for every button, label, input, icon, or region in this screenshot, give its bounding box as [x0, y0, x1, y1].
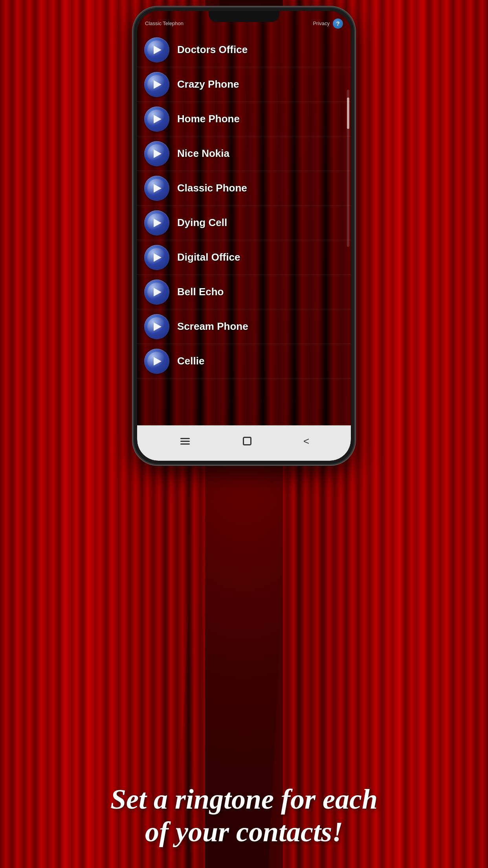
play-icon-digital-office	[154, 253, 161, 262]
list-item-cellie[interactable]: Cellie	[137, 344, 351, 379]
play-icon-cellie	[154, 357, 161, 366]
list-item-crazy-phone[interactable]: Crazy Phone	[137, 67, 351, 102]
recent-apps-button[interactable]	[176, 433, 194, 449]
help-button[interactable]: ?	[333, 18, 343, 29]
tagline-text: Set a ringtone for each of your contacts…	[24, 783, 464, 848]
play-button-doctors-office[interactable]	[144, 37, 169, 63]
item-label-scream-phone: Scream Phone	[177, 320, 248, 333]
list-item-doctors-office[interactable]: Doctors Office	[137, 33, 351, 67]
play-icon-home-phone	[154, 115, 161, 123]
play-icon-doctors-office	[154, 46, 161, 54]
play-button-dying-cell[interactable]	[144, 210, 169, 235]
list-item-classic-phone[interactable]: Classic Phone	[137, 171, 351, 206]
app-title: Classic Telephon	[145, 20, 183, 26]
item-label-doctors-office: Doctors Office	[177, 44, 248, 56]
item-label-bell-echo: Bell Echo	[177, 286, 224, 298]
item-label-classic-phone: Classic Phone	[177, 182, 247, 194]
play-button-scream-phone[interactable]	[144, 314, 169, 339]
tagline-section: Set a ringtone for each of your contacts…	[0, 783, 488, 848]
notch	[209, 11, 279, 22]
list-item-bell-echo[interactable]: Bell Echo	[137, 275, 351, 309]
help-icon: ?	[336, 20, 339, 27]
play-icon-bell-echo	[154, 288, 161, 296]
list-item-scream-phone[interactable]: Scream Phone	[137, 309, 351, 344]
tagline-line1: Set a ringtone for each	[110, 783, 378, 815]
phone-inner: Classic Telephon Privacy ? Doctors Offic…	[137, 11, 351, 461]
ringtone-list: Doctors Office Crazy Phone Home Phone Ni…	[137, 33, 351, 425]
play-icon-classic-phone	[154, 184, 161, 193]
navigation-bar: <	[137, 425, 351, 461]
play-button-home-phone[interactable]	[144, 107, 169, 132]
list-item-dying-cell[interactable]: Dying Cell	[137, 206, 351, 240]
play-icon-scream-phone	[154, 322, 161, 331]
home-button[interactable]	[240, 434, 255, 449]
status-bar-right: Privacy ?	[313, 18, 343, 29]
item-label-crazy-phone: Crazy Phone	[177, 78, 239, 90]
play-icon-nice-nokia	[154, 149, 161, 158]
item-label-dying-cell: Dying Cell	[177, 217, 227, 229]
list-item-nice-nokia[interactable]: Nice Nokia	[137, 136, 351, 171]
play-button-nice-nokia[interactable]	[144, 141, 169, 166]
phone-screen: Classic Telephon Privacy ? Doctors Offic…	[137, 11, 351, 461]
play-icon-dying-cell	[154, 219, 161, 227]
list-item-home-phone[interactable]: Home Phone	[137, 102, 351, 136]
scrollbar[interactable]	[347, 90, 349, 247]
play-button-cellie[interactable]	[144, 349, 169, 374]
item-label-home-phone: Home Phone	[177, 113, 240, 125]
play-button-classic-phone[interactable]	[144, 176, 169, 201]
back-button[interactable]: <	[300, 432, 312, 451]
item-label-nice-nokia: Nice Nokia	[177, 147, 229, 160]
recent-apps-icon	[179, 436, 191, 446]
item-label-cellie: Cellie	[177, 355, 204, 367]
home-icon	[243, 437, 251, 445]
tagline-line2: of your contacts!	[145, 816, 343, 848]
play-button-bell-echo[interactable]	[144, 280, 169, 305]
scrollbar-thumb	[347, 97, 349, 129]
phone-frame: Classic Telephon Privacy ? Doctors Offic…	[134, 8, 354, 464]
privacy-link[interactable]: Privacy	[313, 20, 330, 26]
list-item-digital-office[interactable]: Digital Office	[137, 240, 351, 275]
play-button-crazy-phone[interactable]	[144, 72, 169, 97]
play-icon-crazy-phone	[154, 80, 161, 89]
play-button-digital-office[interactable]	[144, 245, 169, 270]
item-label-digital-office: Digital Office	[177, 251, 240, 263]
